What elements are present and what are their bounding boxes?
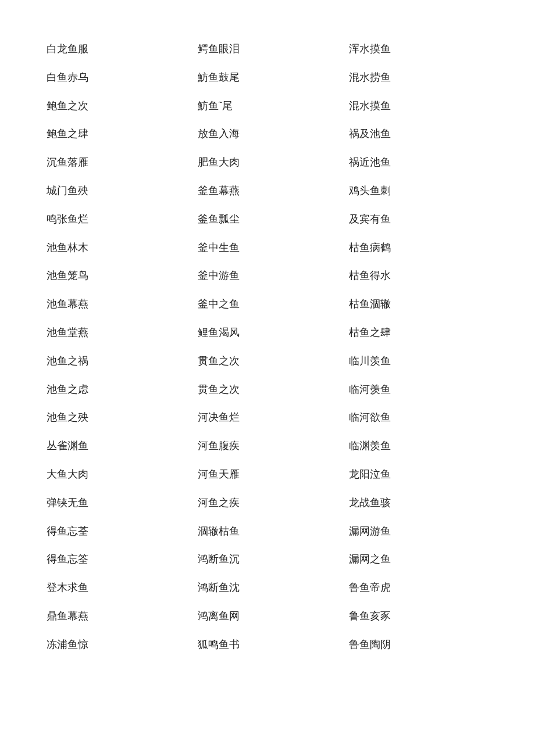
list-item: 釜鱼幕燕: [198, 177, 337, 205]
list-item: 鼎鱼幕燕: [47, 602, 186, 630]
list-item: 池鱼之殃: [47, 403, 186, 432]
list-item: 混水摸鱼: [349, 92, 488, 120]
list-item: 鸡头鱼刺: [349, 177, 488, 205]
list-item: 池鱼之虑: [47, 375, 186, 404]
list-item: 池鱼笼鸟: [47, 261, 186, 290]
list-item: 鸿离鱼网: [198, 602, 337, 630]
list-item: 池鱼林木: [47, 234, 186, 262]
list-item: 枯鱼得水: [349, 261, 488, 290]
list-item: 漏网游鱼: [349, 517, 488, 546]
list-item: 鲁鱼亥豕: [349, 602, 488, 630]
list-item: 河决鱼烂: [198, 403, 337, 432]
list-item: 龙战鱼骇: [349, 489, 488, 517]
list-item: 登木求鱼: [47, 574, 186, 602]
list-item: 鲁鱼陶阴: [349, 630, 488, 659]
list-item: 临川羡鱼: [349, 347, 488, 375]
list-item: 得鱼忘荃: [47, 517, 186, 546]
list-item: 涸辙枯鱼: [198, 517, 337, 546]
list-item: 枯鱼涸辙: [349, 290, 488, 318]
list-item: 祸近池鱼: [349, 148, 488, 177]
list-item: 冻浦鱼惊: [47, 630, 186, 659]
list-item: 魴鱼鼓尾: [198, 63, 337, 92]
list-item: 沉鱼落雁: [47, 148, 186, 177]
list-item: 池鱼堂燕: [47, 318, 186, 347]
list-item: 临河欲鱼: [349, 403, 488, 432]
list-item: 河鱼天雁: [198, 460, 337, 489]
list-item: 白鱼赤乌: [47, 63, 186, 92]
list-item: 漏网之鱼: [349, 545, 488, 574]
list-item: 鲁鱼帝虎: [349, 574, 488, 602]
list-item: 及宾有鱼: [349, 205, 488, 234]
list-item: 丛雀渊鱼: [47, 432, 186, 460]
column-1: 白龙鱼服白鱼赤乌鲍鱼之次鲍鱼之肆沉鱼落雁城门鱼殃鸣张鱼烂池鱼林木池鱼笼鸟池鱼幕燕…: [47, 35, 186, 659]
list-item: 枯鱼之肆: [349, 318, 488, 347]
list-item: 弹铗无鱼: [47, 489, 186, 517]
list-item: 釜中游鱼: [198, 261, 337, 290]
list-item: 鸿断鱼沉: [198, 545, 337, 574]
list-item: 临河羡鱼: [349, 375, 488, 404]
list-item: 釜鱼瓢尘: [198, 205, 337, 234]
list-item: 鲤鱼渴风: [198, 318, 337, 347]
list-item: 釜中生鱼: [198, 234, 337, 262]
list-item: 狐鸣鱼书: [198, 630, 337, 659]
column-3: 浑水摸鱼混水捞鱼混水摸鱼祸及池鱼祸近池鱼鸡头鱼刺及宾有鱼枯鱼病鹤枯鱼得水枯鱼涸辙…: [337, 35, 488, 659]
list-item: 鲍鱼之肆: [47, 120, 186, 148]
list-item: 池鱼幕燕: [47, 290, 186, 318]
list-item: 鲍鱼之次: [47, 92, 186, 120]
list-item: 釜中之鱼: [198, 290, 337, 318]
list-item: 枯鱼病鹤: [349, 234, 488, 262]
list-item: 贯鱼之次: [198, 375, 337, 404]
list-item: 贯鱼之次: [198, 347, 337, 375]
columns-wrapper: 白龙鱼服白鱼赤乌鲍鱼之次鲍鱼之肆沉鱼落雁城门鱼殃鸣张鱼烂池鱼林木池鱼笼鸟池鱼幕燕…: [47, 35, 488, 659]
list-item: 魴鱼˜尾: [198, 92, 337, 120]
list-item: 祸及池鱼: [349, 120, 488, 148]
list-item: 混水捞鱼: [349, 63, 488, 92]
column-2: 鳄鱼眼泪魴鱼鼓尾魴鱼˜尾放鱼入海肥鱼大肉釜鱼幕燕釜鱼瓢尘釜中生鱼釜中游鱼釜中之鱼…: [186, 35, 337, 659]
list-item: 得鱼忘筌: [47, 545, 186, 574]
list-item: 白龙鱼服: [47, 35, 186, 63]
list-item: 鸣张鱼烂: [47, 205, 186, 234]
list-item: 城门鱼殃: [47, 177, 186, 205]
list-item: 龙阳泣鱼: [349, 460, 488, 489]
list-item: 池鱼之祸: [47, 347, 186, 375]
list-item: 鳄鱼眼泪: [198, 35, 337, 63]
list-item: 临渊羡鱼: [349, 432, 488, 460]
list-item: 浑水摸鱼: [349, 35, 488, 63]
list-item: 鸿断鱼沈: [198, 574, 337, 602]
list-item: 大鱼大肉: [47, 460, 186, 489]
list-item: 放鱼入海: [198, 120, 337, 148]
list-item: 河鱼腹疾: [198, 432, 337, 460]
list-item: 河鱼之疾: [198, 489, 337, 517]
page-container: 白龙鱼服白鱼赤乌鲍鱼之次鲍鱼之肆沉鱼落雁城门鱼殃鸣张鱼烂池鱼林木池鱼笼鸟池鱼幕燕…: [0, 0, 535, 756]
list-item: 肥鱼大肉: [198, 148, 337, 177]
